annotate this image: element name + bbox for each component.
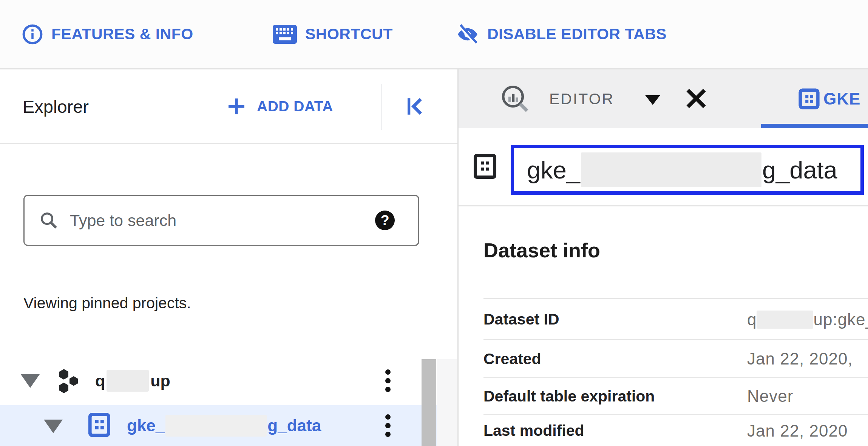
shortcut-label: SHORTCUT (305, 25, 393, 43)
top-toolbar: FEATURES & INFO SHORTCUT DISABLE EDITOR … (0, 0, 868, 69)
more-vert-icon[interactable] (385, 414, 391, 437)
pinned-projects-note: Viewing pinned projects. (23, 294, 191, 312)
info-row-default-table-expiration: Default table expiration Never (483, 377, 868, 415)
header-divider (381, 84, 381, 130)
search-input[interactable] (69, 211, 375, 230)
info-label: Default table expiration (483, 388, 655, 405)
close-icon[interactable] (684, 86, 709, 111)
dataset-title-highlight-box: gke_ g_data (511, 145, 864, 195)
bigquery-console: FEATURES & INFO SHORTCUT DISABLE EDITOR … (0, 0, 868, 446)
dataset-title: gke_ g_data (527, 152, 837, 187)
project-name-suffix: up (150, 372, 170, 390)
table-icon (798, 88, 820, 109)
redaction-box (581, 152, 761, 187)
dataset-name-prefix: gke_ (127, 416, 165, 435)
info-row-created: Created Jan 22, 2020, (483, 339, 868, 378)
features-info-button[interactable]: FEATURES & INFO (22, 0, 193, 68)
add-data-button[interactable]: ADD DATA (226, 69, 333, 143)
tree-row-dataset-selected[interactable]: gke_ g_data (0, 405, 437, 446)
explorer-panel: Explorer ADD DATA ? Viewing pinned proje… (0, 69, 459, 446)
info-value: Jan 22, 2020 (747, 421, 848, 440)
chevron-down-icon[interactable] (645, 95, 660, 105)
scrollbar-thumb[interactable] (422, 359, 436, 446)
keyboard-icon (273, 25, 297, 44)
tab-gke-label: GKE (823, 89, 860, 108)
tab-editor[interactable]: EDITOR (549, 69, 614, 128)
editor-panel: EDITOR GKE gke_ g_data Da (459, 69, 868, 446)
tree-row-project[interactable]: q up (0, 361, 437, 401)
features-info-label: FEATURES & INFO (51, 25, 193, 43)
info-row-dataset-id: Dataset ID q up:gke_ (483, 298, 868, 340)
table-icon (88, 413, 110, 437)
table-icon (474, 154, 496, 179)
disable-editor-tabs-label: DISABLE EDITOR TABS (487, 25, 667, 43)
tab-gke-active[interactable]: GKE (798, 69, 860, 128)
expander-down-icon[interactable] (44, 420, 63, 433)
info-value: q up:gke_ (747, 310, 868, 329)
search-icon (39, 211, 59, 230)
collapse-panel-button[interactable] (404, 94, 428, 119)
add-data-label: ADD DATA (257, 98, 333, 115)
query-editor-icon (499, 83, 531, 115)
disable-editor-tabs-button[interactable]: DISABLE EDITOR TABS (456, 0, 667, 68)
shortcut-button[interactable]: SHORTCUT (273, 0, 393, 68)
dataset-name-suffix: g_data (267, 416, 321, 435)
collapse-panel-icon (405, 95, 427, 117)
expander-down-icon[interactable] (21, 374, 40, 388)
dataset-id-prefix: q (747, 310, 757, 329)
explorer-header: Explorer ADD DATA (0, 69, 457, 144)
info-label: Dataset ID (483, 311, 559, 328)
project-hexagons-icon (56, 368, 82, 395)
help-icon[interactable]: ? (375, 211, 395, 230)
redaction-box (757, 311, 813, 329)
info-value: Never (747, 387, 793, 406)
info-label: Created (483, 350, 541, 368)
search-box[interactable]: ? (23, 195, 419, 246)
info-icon (22, 24, 43, 45)
project-name[interactable]: q up (95, 361, 170, 401)
more-vert-icon[interactable] (385, 369, 391, 392)
info-label: Last modified (483, 422, 584, 440)
redaction-box (107, 370, 149, 392)
dataset-title-prefix: gke_ (527, 156, 580, 184)
dataset-name[interactable]: gke_ g_data (127, 405, 321, 446)
dataset-id-suffix: up:gke_ (813, 310, 868, 329)
scrollbar-track[interactable] (437, 359, 457, 446)
section-divider (459, 205, 868, 206)
info-row-last-modified: Last modified Jan 22, 2020 (483, 414, 868, 446)
dataset-title-suffix: g_data (762, 156, 837, 184)
editor-tab-bar: EDITOR GKE (459, 69, 868, 128)
project-name-prefix: q (95, 372, 105, 390)
redaction-box (165, 415, 267, 437)
explorer-title: Explorer (23, 69, 89, 143)
active-tab-indicator (761, 124, 868, 128)
plus-icon (226, 96, 247, 117)
dataset-info-heading: Dataset info (483, 238, 600, 262)
info-value: Jan 22, 2020, (747, 349, 853, 368)
eye-off-icon (456, 23, 479, 46)
